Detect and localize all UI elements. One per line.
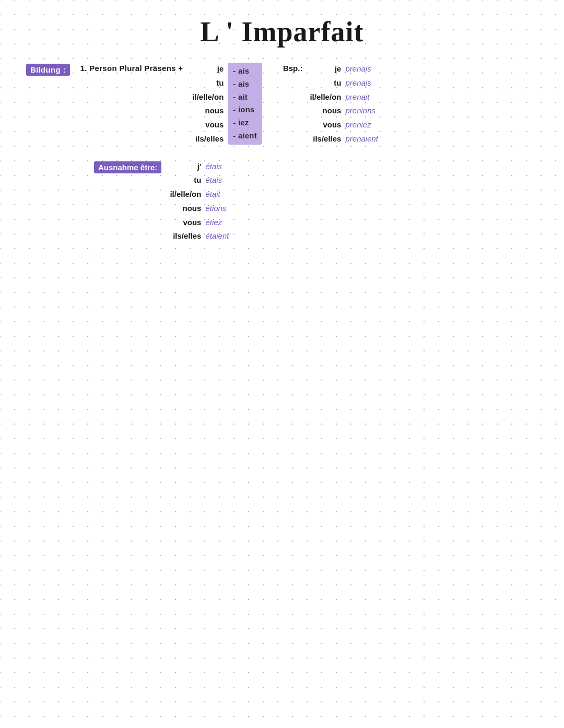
ausnahme-content: j' tu il/elle/on nous vous ils/elles éta… [170,160,229,243]
bildung-label: Bildung : [26,64,70,76]
ausnahme-conj-etais2: étais [205,174,222,187]
bsp-conj-preniez: preniez [345,119,371,132]
bsp-pronoun-je: je [335,63,342,76]
ending-ais1: - ais [233,65,249,78]
ausnahme-conj-etions: étions [205,202,226,215]
bsp-conjugations: prenais prenais prenait prenions preniez… [345,63,378,146]
bsp-label: Bsp.: [283,64,303,73]
ausnahme-conjugations: étais étais était étions étiez étaient [205,160,229,243]
bsp-pronoun-nous: nous [323,104,342,118]
pronouns-column: je tu il/elle/on nous vous ils/elles [192,63,224,146]
ending-iez: - iez [233,116,249,130]
ausnahme-pronoun-vous: vous [183,216,201,229]
bsp-conj-prenaient: prenaient [345,133,378,146]
ausnahme-pronoun-ils: ils/elles [173,230,201,243]
bsp-pronoun-ils: ils/elles [313,133,341,146]
ausnahme-section: Ausnahme être: j' tu il/elle/on nous vou… [94,160,538,243]
ausnahme-conj-etait: était [205,188,220,201]
page-content: L ' Imparfait Bildung : 1. Person Plural… [0,0,564,259]
ausnahme-conj-etais1: étais [205,160,222,173]
endings-column: - ais - ais - ait - ions - iez - aient [228,63,262,145]
bsp-pronoun-vous: vous [323,119,341,132]
ausnahme-conj-etiez: étiez [205,216,222,229]
bsp-conj-prenais1: prenais [345,63,371,76]
page-title: L ' Imparfait [26,16,538,48]
ausnahme-label: Ausnahme être: [94,161,161,173]
bsp-conj-prenait: prenait [345,91,369,104]
pronoun-vous: vous [205,119,224,132]
bsp-pronoun-il: il/elle/on [310,91,341,104]
bsp-conj-prenais2: prenais [345,77,371,90]
ending-aient: - aient [233,130,257,143]
bsp-section: Bsp.: je tu il/elle/on nous vous ils/ell… [283,63,378,146]
bsp-conj-prenions: prenions [345,104,375,118]
bildung-section: Bildung : 1. Person Plural Präsens + je … [26,63,538,146]
pronoun-nous: nous [205,104,224,118]
bildung-rule: 1. Person Plural Präsens + [80,64,183,73]
pronoun-je: je [217,63,224,76]
ausnahme-pronouns: j' tu il/elle/on nous vous ils/elles [170,160,201,243]
ausnahme-pronoun-nous: nous [183,202,202,215]
pronoun-ils: ils/elles [195,133,224,146]
bsp-pronouns: je tu il/elle/on nous vous ils/elles [310,63,341,146]
pronoun-il: il/elle/on [192,91,224,104]
ending-ions: - ions [233,103,254,116]
ausnahme-pronoun-il: il/elle/on [170,188,201,201]
ausnahme-pronoun-j: j' [197,160,202,173]
pronoun-tu: tu [216,77,224,90]
ausnahme-conj-etaient: étaient [205,230,229,243]
ending-ais2: - ais [233,78,249,91]
ausnahme-pronoun-tu: tu [194,174,201,187]
bsp-pronoun-tu: tu [334,77,341,90]
ending-ait: - ait [233,91,248,104]
